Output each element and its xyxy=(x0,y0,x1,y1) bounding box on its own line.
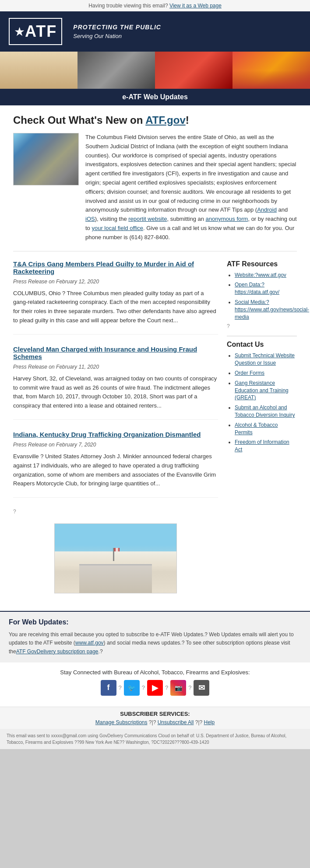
tobacco-permits-link[interactable]: Alcohol & Tobacco Permits xyxy=(235,422,278,436)
article-3: Indiana, Kentucky Drug Trafficking Organ… xyxy=(13,431,218,498)
govdelivery-link[interactable]: ATF GovDelivery subscription page xyxy=(16,648,99,655)
article-2-date: Press Release on February 11, 2020 xyxy=(13,364,218,370)
article-2-link[interactable]: Cleveland Man Charged with Insurance and… xyxy=(13,345,197,360)
two-col-layout: T&A Crips Gang Members Plead Guilty to M… xyxy=(13,260,297,603)
footer-heading: For Web Updates: xyxy=(9,618,301,626)
twitter-icon[interactable]: 🐦 xyxy=(124,680,140,696)
contact-item-forms: Order Forms xyxy=(235,370,297,377)
very-bottom: This email was sent to xxxxx@gmail.com u… xyxy=(0,729,310,749)
contact-us-section: Contact Us Submit Technical Website Ques… xyxy=(227,341,297,453)
foia-link[interactable]: Freedom of Information Act xyxy=(235,439,289,453)
bottom-text: This email was sent to xxxxx@gmail.com u… xyxy=(7,733,286,745)
unsubscribe-all-link[interactable]: Unsubscribe All xyxy=(158,719,194,725)
hero-image-explosives xyxy=(155,52,232,89)
main-content: Check Out What's New on ATF.gov! The Col… xyxy=(0,105,310,611)
intro-text-block: The Columbus Field Division serves the e… xyxy=(85,133,297,242)
resources-heading: ATF Resources xyxy=(227,260,297,268)
top-bar-text: Having trouble viewing this email? xyxy=(88,3,168,9)
sep3: ? xyxy=(165,684,168,691)
resources-list: Website:?www.atf.gov Open Data:? https:/… xyxy=(227,272,297,321)
order-forms-link[interactable]: Order Forms xyxy=(235,370,264,376)
building-image-section xyxy=(13,515,218,602)
header-banner: ★ ATF Protecting the Public Serving Our … xyxy=(0,11,310,52)
article-3-title: Indiana, Kentucky Drug Trafficking Organ… xyxy=(13,431,218,438)
atf-logo-text: ATF xyxy=(25,22,57,41)
section-title-bar: e-ATF Web Updates xyxy=(0,89,310,105)
manage-subscriptions-link[interactable]: Manage Subscriptions xyxy=(95,719,148,725)
reportit-link[interactable]: reportit website xyxy=(128,216,167,222)
social-icons-row: f ? 🐦 ? ▶ ? 📷 ? ✉ xyxy=(7,680,303,696)
sub-sep2: ?|? xyxy=(195,719,202,725)
opendata-link[interactable]: Open Data:? https://data.atf.gov/ xyxy=(235,282,279,295)
atf-gov-link[interactable]: ATF.gov xyxy=(145,114,186,126)
hero-image-cigarettes xyxy=(0,52,78,89)
social-section: Stay Connected with Bureau of Alcohol, T… xyxy=(0,662,310,707)
article-1-title: T&A Crips Gang Members Plead Guilty to M… xyxy=(13,260,218,275)
resources-question-mark: ? xyxy=(227,323,297,329)
sep1: ? xyxy=(119,684,122,691)
top-bar: Having trouble viewing this email? View … xyxy=(0,0,310,11)
local-field-office-link[interactable]: your local field office xyxy=(92,225,143,231)
contact-item-tobacco-permits: Alcohol & Tobacco Permits xyxy=(235,422,297,436)
article-2-title: Cleveland Man Charged with Insurance and… xyxy=(13,345,218,360)
section-title: e-ATF Web Updates xyxy=(122,93,188,101)
great-link[interactable]: Gang Resistance Education and Training (… xyxy=(235,380,289,401)
sidebar-divider xyxy=(227,336,297,336)
article-2-body: Harvey Short, 32, of Cleveland, was arra… xyxy=(13,374,218,411)
subscriber-links: Manage Subscriptions ?|? Unsubscribe All… xyxy=(4,719,306,725)
hero-image-fire xyxy=(232,52,310,89)
building-image xyxy=(54,523,177,593)
article-3-date: Press Release on February 7, 2020 xyxy=(13,442,218,448)
contact-item-tobacco-diversion: Submit an Alcohol and Tobacco Diversion … xyxy=(235,404,297,419)
atf-tagline: Protecting the Public Serving Our Nation xyxy=(73,23,161,41)
tagline-line1: Protecting the Public xyxy=(73,23,161,32)
sep4: ? xyxy=(188,684,191,691)
facebook-icon[interactable]: f xyxy=(101,680,116,696)
contact-item-great: Gang Resistance Education and Training (… xyxy=(235,380,297,401)
hero-images xyxy=(0,52,310,89)
subscriber-section: SUBSCRIBER SERVICES: Manage Subscription… xyxy=(0,707,310,729)
footer-website-link[interactable]: www.atf.gov xyxy=(75,640,104,646)
instagram-icon[interactable]: 📷 xyxy=(170,680,186,696)
sep2: ? xyxy=(142,684,145,691)
android-link[interactable]: Android xyxy=(257,206,277,213)
hero-image-guns xyxy=(78,52,155,89)
social-text: Stay Connected with Bureau of Alcohol, T… xyxy=(7,669,303,676)
page-title: Check Out What's New on ATF.gov! xyxy=(13,114,297,126)
email-icon[interactable]: ✉ xyxy=(194,680,209,696)
sub-sep1: ?|? xyxy=(149,719,156,725)
contact-heading: Contact Us xyxy=(227,341,297,349)
intro-section: The Columbus Field Division serves the e… xyxy=(13,133,297,242)
view-as-webpage-link[interactable]: View it as a Web page xyxy=(169,3,222,9)
article-1-date: Press Release on February 12, 2020 xyxy=(13,279,218,285)
technical-question-link[interactable]: Submit Technical Website Question or Iss… xyxy=(235,352,295,366)
article-1: T&A Crips Gang Members Plead Guilty to M… xyxy=(13,260,218,335)
resource-item-opendata: Open Data:? https://data.atf.gov/ xyxy=(235,281,297,296)
website-link[interactable]: Website:?www.atf.gov xyxy=(235,272,286,278)
contact-list: Submit Technical Website Question or Iss… xyxy=(227,352,297,453)
atf-logo: ★ ATF Protecting the Public Serving Our … xyxy=(9,18,161,45)
email-wrapper: Having trouble viewing this email? View … xyxy=(0,0,310,749)
article-3-link[interactable]: Indiana, Kentucky Drug Trafficking Organ… xyxy=(13,431,201,438)
main-title-end: ! xyxy=(186,114,189,126)
tagline-line2: Serving Our Nation xyxy=(73,32,161,41)
articles-column: T&A Crips Gang Members Plead Guilty to M… xyxy=(13,260,218,603)
anonymous-form-link[interactable]: anonymous form xyxy=(206,216,248,222)
atf-star-box: ★ ATF xyxy=(9,18,62,45)
main-title-text: Check Out What's New on xyxy=(13,114,143,126)
atf-star-icon: ★ xyxy=(14,24,25,39)
help-link[interactable]: Help xyxy=(204,719,215,725)
contact-item-technical: Submit Technical Website Question or Iss… xyxy=(235,352,297,367)
article-1-link[interactable]: T&A Crips Gang Members Plead Guilty to M… xyxy=(13,260,194,275)
footer-section: For Web Updates: You are receiving this … xyxy=(0,611,310,662)
intro-divider xyxy=(13,251,297,251)
intro-paragraph: The Columbus Field Division serves the e… xyxy=(85,134,297,241)
youtube-icon[interactable]: ▶ xyxy=(147,680,163,696)
ios-link[interactable]: iOS xyxy=(85,216,95,222)
atf-resources-section: ATF Resources Website:?www.atf.gov Open … xyxy=(227,260,297,330)
resource-item-social: Social Media:? https://www.atf.gov/news/… xyxy=(235,299,297,321)
social-media-link[interactable]: Social Media:? https://www.atf.gov/news/… xyxy=(235,299,309,320)
resource-item-website: Website:?www.atf.gov xyxy=(235,272,297,279)
article-1-body: COLUMBUS, Ohio ? Three Columbus men plea… xyxy=(13,289,218,325)
tobacco-diversion-link[interactable]: Submit an Alcohol and Tobacco Diversion … xyxy=(235,404,295,418)
